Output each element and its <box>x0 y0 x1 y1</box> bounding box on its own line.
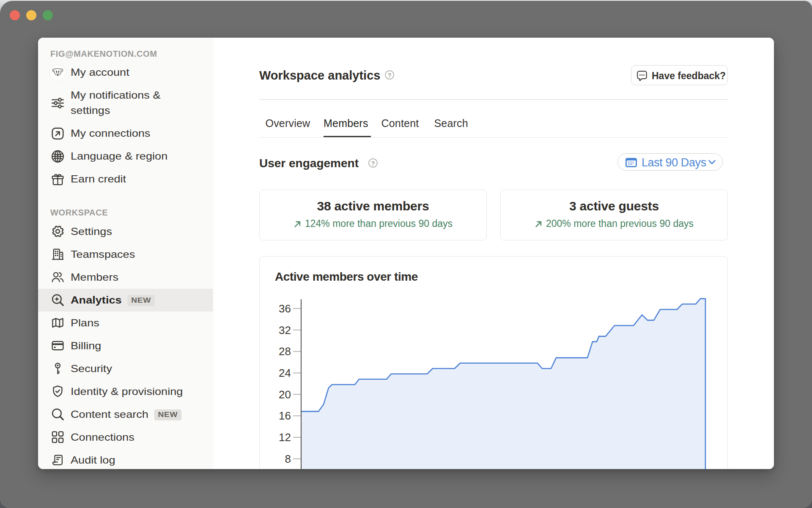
svg-text:8: 8 <box>285 453 291 465</box>
svg-text:28: 28 <box>279 345 291 358</box>
svg-text:20: 20 <box>279 388 291 401</box>
svg-text:12: 12 <box>279 431 291 444</box>
svg-text:36: 36 <box>279 302 291 315</box>
svg-text:32: 32 <box>279 324 291 337</box>
svg-text:16: 16 <box>279 409 291 422</box>
svg-text:24: 24 <box>279 367 291 379</box>
